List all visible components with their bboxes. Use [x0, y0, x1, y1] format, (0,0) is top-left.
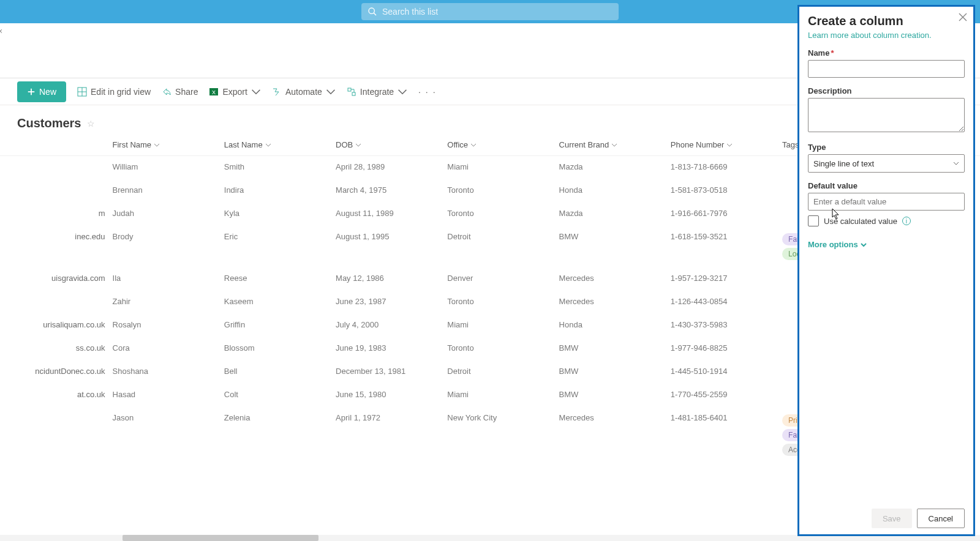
new-button[interactable]: New — [17, 81, 66, 102]
use-calculated-label: Use calculated value — [824, 217, 897, 226]
name-label: Name* — [808, 48, 965, 58]
type-value: Single line of text — [813, 159, 874, 168]
use-calculated-checkbox[interactable] — [808, 215, 819, 226]
excel-icon: X — [209, 87, 219, 97]
share-icon — [162, 87, 172, 97]
share-button[interactable]: Share — [162, 87, 198, 97]
edit-grid-button[interactable]: Edit in grid view — [77, 87, 151, 97]
column-header[interactable]: Last Name — [219, 134, 331, 156]
close-icon — [959, 13, 967, 21]
column-name-input[interactable] — [808, 60, 965, 78]
default-value-label: Default value — [808, 181, 965, 190]
list-title: Customers — [17, 116, 81, 130]
more-options-label: More options — [808, 240, 858, 249]
search-icon — [368, 7, 377, 17]
export-button[interactable]: X Export — [209, 87, 260, 97]
cancel-button[interactable]: Cancel — [917, 509, 965, 528]
save-button[interactable]: Save — [872, 509, 912, 528]
description-label: Description — [808, 86, 965, 95]
info-icon[interactable]: i — [902, 217, 911, 225]
column-header[interactable]: Current Brand — [554, 134, 666, 156]
column-header[interactable]: DOB — [331, 134, 442, 156]
automate-label: Automate — [285, 87, 322, 97]
truncated-text: x — [0, 27, 2, 34]
chevron-down-icon — [398, 87, 407, 97]
learn-more-link[interactable]: Learn more about column creation. — [808, 31, 965, 40]
column-header[interactable]: Phone Number — [666, 134, 777, 156]
search-box[interactable]: Search this list — [361, 3, 619, 20]
more-actions-button[interactable]: · · · — [418, 87, 436, 97]
edit-grid-label: Edit in grid view — [91, 87, 151, 97]
chevron-down-icon — [326, 87, 336, 97]
description-input[interactable] — [808, 98, 965, 132]
panel-title: Create a column — [808, 14, 965, 28]
column-header[interactable]: First Name — [108, 134, 219, 156]
integrate-label: Integrate — [360, 87, 394, 97]
export-label: Export — [222, 87, 247, 97]
column-header[interactable]: Office — [442, 134, 554, 156]
svg-rect-10 — [352, 92, 355, 95]
automate-button[interactable]: Automate — [272, 87, 336, 97]
svg-point-0 — [369, 8, 374, 13]
plus-icon — [27, 88, 36, 96]
default-value-input[interactable] — [808, 193, 965, 211]
favorite-star-icon[interactable]: ☆ — [87, 119, 95, 129]
chevron-down-icon — [861, 242, 867, 248]
new-label: New — [39, 87, 56, 97]
search-placeholder: Search this list — [382, 7, 438, 17]
chevron-down-icon — [251, 87, 261, 97]
svg-text:X: X — [212, 89, 216, 95]
svg-line-1 — [374, 13, 376, 15]
grid-icon — [77, 87, 87, 97]
create-column-panel: Create a column Learn more about column … — [797, 5, 975, 536]
flow-icon — [272, 87, 282, 97]
more-options-toggle[interactable]: More options — [808, 240, 965, 249]
type-select[interactable]: Single line of text — [808, 154, 965, 173]
integrate-icon — [347, 87, 356, 97]
svg-rect-9 — [348, 88, 351, 91]
chevron-down-icon — [953, 160, 959, 166]
close-panel-button[interactable] — [959, 13, 967, 23]
share-label: Share — [175, 87, 198, 97]
type-label: Type — [808, 143, 965, 152]
integrate-button[interactable]: Integrate — [347, 87, 407, 97]
